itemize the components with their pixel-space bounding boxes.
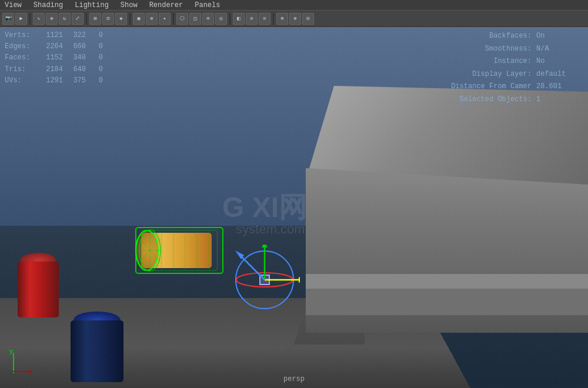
toolbar-render-icon[interactable]: ◉ [133, 13, 145, 25]
toolbar-move-icon[interactable]: ✥ [46, 13, 58, 25]
axis-y-line [13, 353, 14, 373]
blue-cylinder-body [71, 320, 123, 382]
stat-label: Edges: [5, 41, 34, 52]
svg-marker-13 [299, 277, 300, 283]
toolbar-sep-5 [229, 13, 230, 25]
stat-val3: 0 [88, 64, 103, 75]
stat-val3: 0 [88, 52, 103, 63]
stat-right-label: Selected Objects: [437, 93, 532, 106]
axis-indicator: y x [7, 350, 31, 373]
toolbar: 📷 ▶ ↖ ✥ ↻ ⤢ ⊞ ⊡ ◈ ◉ ⊕ ✦ ⬡ ◫ ⊜ ◎ ◧ ⊘ ⊙ ⊚ … [0, 11, 588, 27]
camera-label: persp [283, 375, 305, 383]
stat-val2: 660 [65, 41, 86, 52]
toolbar-grid-icon[interactable]: ⊞ [89, 13, 101, 25]
stat-right-value: On [536, 30, 583, 43]
stat-right-label: Instance: [437, 55, 532, 68]
stat-row: Edges:22646600 [5, 41, 103, 52]
toolbar-select-icon[interactable]: ↖ [33, 13, 45, 25]
stat-right-label: Backfaces: [437, 30, 532, 43]
stat-val3: 0 [88, 30, 103, 41]
toolbar-camera-icon[interactable]: 📷 [2, 13, 14, 25]
transform-gizmo[interactable] [229, 245, 300, 315]
stat-row: UVs:12913750 [5, 75, 103, 86]
svg-marker-15 [262, 245, 268, 247]
stat-right-value: No [536, 55, 583, 68]
toolbar-xray-icon[interactable]: ⊙ [259, 13, 270, 25]
stat-right-value: default [536, 68, 583, 81]
toolbar-sep-4 [173, 13, 174, 25]
stat-right-row: Instance:No [437, 55, 583, 68]
menu-bar: View Shading Lighting Show Renderer Pane… [0, 0, 588, 11]
step-front-face [306, 289, 588, 315]
stat-row: Faces:11523400 [5, 52, 103, 63]
stat-val2: 375 [65, 75, 86, 86]
toolbar-ipr-icon[interactable]: ⊕ [146, 13, 158, 25]
stat-val2: 322 [65, 30, 86, 41]
stats-right-panel: Backfaces:OnSmoothness:N/AInstance:NoDis… [437, 30, 583, 106]
stat-right-value: N/A [536, 43, 583, 56]
stat-right-value: 28.601 [536, 81, 583, 93]
stat-right-value: 1 [536, 93, 583, 106]
toolbar-sep-3 [129, 13, 131, 25]
toolbar-hud-icon[interactable]: ⊚ [276, 13, 288, 25]
axis-y-label: y [9, 349, 13, 355]
selected-cylinder[interactable] [135, 227, 223, 274]
stat-row: Verts:11213220 [5, 30, 103, 41]
stat-label: Tris: [5, 64, 34, 75]
toolbar-sep-1 [29, 13, 31, 25]
stat-val2: 340 [65, 52, 86, 63]
stat-val2: 640 [65, 64, 86, 75]
menu-renderer[interactable]: Renderer [147, 1, 186, 9]
stat-row: Tris:21846400 [5, 64, 103, 75]
toolbar-sep-6 [273, 13, 274, 25]
viewport[interactable]: G XI网 system.com Verts:11213220Edges:226… [0, 27, 588, 388]
stats-left-panel: Verts:11213220Edges:22646600Faces:115234… [5, 30, 103, 86]
toolbar-texture-icon[interactable]: ⊜ [202, 13, 214, 25]
toolbar-soft-icon[interactable]: ◈ [115, 13, 127, 25]
menu-show[interactable]: Show [118, 1, 140, 9]
stat-val3: 0 [88, 41, 103, 52]
stat-val1: 2264 [36, 41, 63, 52]
svg-line-16 [241, 256, 265, 280]
stat-right-label: Smoothness: [437, 43, 532, 56]
menu-view[interactable]: View [2, 1, 24, 9]
stat-right-row: Backfaces:On [437, 30, 583, 43]
stat-label: Verts: [5, 30, 34, 41]
red-cylinder-body [18, 262, 59, 317]
stat-val1: 1152 [36, 52, 63, 63]
menu-panels[interactable]: Panels [192, 1, 222, 9]
stat-label: UVs: [5, 75, 34, 86]
toolbar-scale-icon[interactable]: ⤢ [72, 13, 83, 25]
stat-val1: 1121 [36, 30, 63, 41]
toolbar-wire-icon[interactable]: ⬡ [176, 13, 188, 25]
toolbar-smooth-icon[interactable]: ◫ [189, 13, 201, 25]
stat-right-row: Smoothness:N/A [437, 43, 583, 56]
stat-right-row: Display Layer:default [437, 68, 583, 81]
axis-x-label: x [28, 369, 32, 376]
red-cylinder [18, 253, 59, 317]
toolbar-panel-icon[interactable]: ◧ [233, 13, 245, 25]
stat-val3: 0 [88, 75, 103, 86]
stat-right-label: Distance From Camer [437, 81, 532, 93]
ramp-structure [294, 86, 588, 350]
toolbar-isolate-icon[interactable]: ⊘ [246, 13, 258, 25]
toolbar-bb-icon[interactable]: ⊟ [302, 13, 314, 25]
stat-val1: 1291 [36, 75, 63, 86]
cylinder-wire-svg [135, 227, 223, 274]
toolbar-play-icon[interactable]: ▶ [15, 13, 27, 25]
toolbar-sep-2 [86, 13, 87, 25]
stat-right-row: Distance From Camer28.601 [437, 81, 583, 93]
blue-cylinder [71, 312, 123, 382]
toolbar-gate-icon[interactable]: ⊗ [289, 13, 301, 25]
stat-right-row: Selected Objects:1 [437, 93, 583, 106]
toolbar-rotate-icon[interactable]: ↻ [59, 13, 71, 25]
menu-shading[interactable]: Shading [31, 1, 65, 9]
stat-val1: 2184 [36, 64, 63, 75]
stat-right-label: Display Layer: [437, 68, 532, 81]
toolbar-material-icon[interactable]: ◎ [215, 13, 227, 25]
toolbar-light-icon[interactable]: ✦ [159, 13, 171, 25]
menu-lighting[interactable]: Lighting [72, 1, 111, 9]
stat-label: Faces: [5, 52, 34, 63]
gizmo-svg [229, 245, 300, 315]
toolbar-snap-icon[interactable]: ⊡ [102, 13, 114, 25]
